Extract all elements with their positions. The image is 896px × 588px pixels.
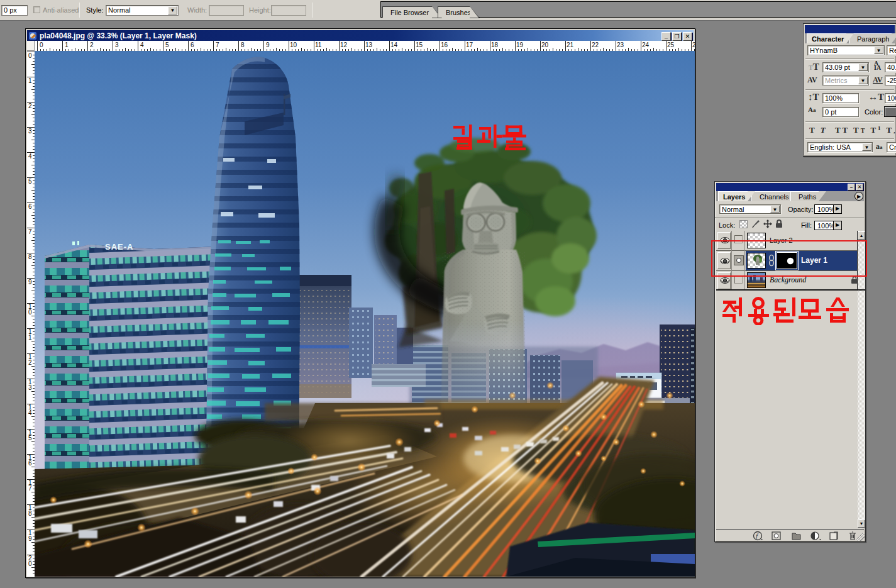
svg-text:6: 6 [28, 460, 32, 467]
svg-text:18: 18 [491, 42, 499, 48]
svg-text:9: 9 [28, 279, 32, 286]
svg-text:9: 9 [266, 42, 270, 48]
svg-text:24: 24 [642, 42, 650, 48]
svg-text:f: f [756, 532, 759, 540]
svg-text:5: 5 [165, 42, 169, 48]
svg-text:25: 25 [667, 42, 675, 48]
svg-text:20: 20 [541, 42, 549, 48]
svg-text:11: 11 [315, 42, 322, 48]
svg-text:3: 3 [28, 384, 32, 391]
svg-text:12: 12 [340, 42, 348, 48]
svg-text:8: 8 [28, 253, 32, 260]
svg-text:5: 5 [28, 178, 32, 185]
svg-text:4: 4 [140, 42, 144, 48]
svg-text:8: 8 [28, 510, 32, 517]
svg-text:2: 2 [28, 103, 32, 109]
svg-text:8: 8 [241, 42, 245, 48]
svg-text:9: 9 [28, 535, 32, 542]
svg-text:21: 21 [567, 42, 574, 48]
svg-text:15: 15 [416, 42, 423, 48]
svg-text:2: 2 [28, 359, 32, 366]
svg-text:16: 16 [441, 42, 448, 48]
svg-text:7: 7 [28, 485, 32, 492]
svg-text:5: 5 [28, 435, 32, 441]
svg-text:7: 7 [216, 42, 219, 48]
svg-text:3: 3 [28, 128, 32, 135]
svg-text:3: 3 [115, 42, 119, 48]
svg-text:19: 19 [516, 42, 524, 48]
svg-text:13: 13 [365, 42, 373, 48]
svg-text:7: 7 [28, 228, 32, 235]
svg-text:22: 22 [592, 42, 599, 48]
svg-text:6: 6 [191, 42, 194, 48]
svg-text:6: 6 [28, 203, 32, 210]
svg-text:1: 1 [65, 42, 69, 48]
svg-text:23: 23 [617, 42, 624, 48]
svg-text:10: 10 [290, 42, 297, 48]
svg-text:2: 2 [692, 42, 695, 48]
svg-text:0: 0 [28, 52, 32, 59]
svg-text:1: 1 [28, 77, 32, 84]
svg-text:0: 0 [40, 42, 43, 48]
svg-text:1: 1 [28, 334, 32, 341]
svg-text:17: 17 [466, 42, 473, 48]
svg-text:2: 2 [90, 42, 94, 48]
svg-text:14: 14 [390, 42, 398, 48]
svg-text:SAE-A: SAE-A [105, 242, 133, 252]
svg-text:0: 0 [28, 560, 32, 567]
svg-text:4: 4 [28, 409, 32, 416]
svg-text:4: 4 [28, 153, 32, 160]
svg-text:0: 0 [28, 309, 32, 316]
